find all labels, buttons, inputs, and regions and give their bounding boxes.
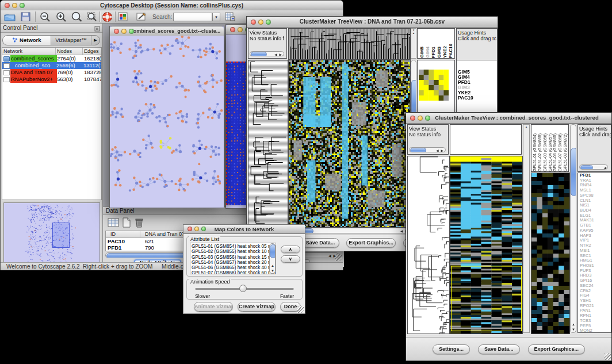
tab-vizmapper[interactable]: VizMapper™ [51,36,91,45]
correlation-matrix[interactable] [419,70,449,101]
scrollbar-thumb[interactable] [580,165,593,170]
attribute-list-item[interactable]: GPL51-01 (GSM854) heat shock 05 min [192,244,276,249]
zoom-button[interactable] [129,29,134,34]
delete-attribute-button[interactable] [135,217,144,230]
column-label[interactable]: GIM5 [419,47,425,58]
minimize-button[interactable] [12,3,17,8]
annotation-button[interactable] [136,12,147,24]
column-label[interactable]: GPL51-07 (GSM868) [558,133,563,171]
scroll-down-icon[interactable]: ▼ [271,269,275,273]
float-panel-icon[interactable] [94,25,100,34]
arrow-up-icon[interactable]: ▴ [526,125,527,128]
row-dendrogram[interactable] [248,60,288,228]
tab-network[interactable]: Network [3,36,51,45]
treeview-action-button[interactable]: Save Data... [478,344,520,354]
attribute-select-button[interactable] [108,217,119,230]
scrollbar-thumb[interactable] [571,148,576,196]
close-button[interactable] [114,29,119,34]
network-window-1-titlebar[interactable]: combined_scores_good.txt--cluste... [110,26,224,36]
treeview-2-titlebar[interactable]: ClusterMaker TreeView : combined_scores_… [406,113,611,124]
scroll-up-icon[interactable]: ▲ [572,323,576,326]
window-controls[interactable] [5,3,25,8]
save-button[interactable] [21,12,30,24]
attribute-list[interactable]: GPL51-01 (GSM854) heat shock 05 minGPL51… [190,243,276,274]
gene-label[interactable]: MON2 [580,328,611,333]
column-label[interactable]: GPL51-02 (GSM855) [538,133,543,171]
scroll-left-icon[interactable]: ◀ [328,254,332,258]
scrollbar-thumb[interactable] [251,52,267,56]
scroll-left-icon[interactable]: ◀ [400,229,404,233]
import-table-button[interactable] [225,12,235,24]
zoom-selected-button[interactable] [71,12,82,25]
search-input[interactable] [173,13,212,21]
close-button[interactable] [5,3,10,8]
row-dendrogram[interactable] [407,156,450,334]
vizmapper-button[interactable] [118,12,128,24]
close-button[interactable] [230,27,235,32]
column-label[interactable]: GIM4 [425,47,431,58]
splitter-strip[interactable]: ▾ ▴ [411,28,416,59]
column-label[interactable]: PFD1 [431,47,437,58]
heatmap-hscrollbar[interactable]: ◀ ▶ [288,228,410,233]
column-label[interactable]: GPL51-08 (GSM872) [563,133,568,171]
treeview-1-titlebar[interactable]: ClusterMaker TreeView : DNA and Tran 07-… [247,17,498,28]
speed-slider-thumb[interactable] [239,285,247,292]
resize-grip[interactable] [335,254,342,261]
scroll-right-icon[interactable]: ▶ [279,53,282,56]
resize-grip[interactable] [297,306,304,313]
close-button[interactable] [410,116,415,121]
scrollbar-thumb[interactable] [270,244,276,258]
heatmap-zoom-view[interactable] [531,173,570,334]
zoom-out-button[interactable] [39,12,51,25]
open-file-button[interactable] [4,12,16,24]
arrow-up-icon[interactable]: ▴ [413,31,415,35]
heatmap-global-view[interactable] [450,156,523,334]
splitter-strip[interactable]: ▴ [523,124,530,333]
new-attribute-button[interactable] [122,217,131,230]
column-label[interactable]: GPL51-03 (GSM856) [543,133,548,171]
scroll-up-icon[interactable]: ▲ [271,264,275,267]
network-view-1-canvas[interactable] [110,36,224,208]
scrollbar-thumb[interactable] [410,148,426,152]
move-up-button[interactable]: ∧ [281,246,300,253]
minimize-button[interactable] [418,116,423,121]
scroll-down-icon[interactable]: ▼ [572,328,576,331]
view-status-scrollbar[interactable]: ◀ ▶ [250,51,284,56]
attribute-list-item[interactable]: GPL51-07 (GSM868) heat shock 60 min [192,270,276,274]
minimize-button[interactable] [258,20,263,25]
minimize-button[interactable] [194,227,199,231]
column-dendrogram[interactable] [288,28,411,60]
scroll-left-icon[interactable]: ◀ [274,53,278,56]
col-header-nodes[interactable]: Nodes [56,48,83,55]
network-row[interactable]: combined_sco 2569(6) 13112(15) [2,62,101,69]
attribute-list-item[interactable]: GPL51-02 (GSM855) heat shock 10 min [192,249,276,254]
attribute-list-item[interactable]: GPL51-03 (GSM856) heat shock 15 min [192,255,276,260]
view-status-scrollbar[interactable]: ◀ ▶ [409,147,446,152]
network-row[interactable]: combined_scores 2764(0) 16218(0) [2,55,101,62]
create-vizmap-button[interactable]: Create Vizmap [238,302,276,312]
treeview-action-button[interactable]: Settings... [433,344,470,354]
column-label[interactable]: PAC10 [448,44,454,58]
zoom-fit-button[interactable] [86,12,98,25]
close-button[interactable] [188,227,192,231]
network-row[interactable]: DNA and Tran 07 769(0) 183728(0) [2,69,101,76]
column-dendrogram-area[interactable] [450,124,522,155]
attribute-list-scrollbar[interactable]: ▲ ▼ [269,243,276,274]
column-label[interactable]: GIM3 [437,47,442,58]
move-down-button[interactable]: ∨ [281,255,300,263]
network-row[interactable]: RNAPuberNov2+ 563(0) 107847(0) [2,76,101,83]
resize-grip[interactable] [604,353,611,360]
col-header-network[interactable]: Network [2,48,56,55]
attribute-list-item[interactable]: GPL51-04 (GSM857) heat shock 20 min [192,260,276,265]
close-button[interactable] [251,20,256,25]
zoom-button[interactable] [201,227,206,231]
export-graphics-button[interactable]: Export Graphics... [346,238,396,248]
search-dropdown-button[interactable]: ▼ [212,13,220,21]
attribute-list-item[interactable]: GPL51-06 (GSM865) heat shock 40 min [192,265,276,270]
tab-overflow-button[interactable]: ▶ [91,36,100,45]
zoom-button[interactable] [425,116,430,121]
column-label[interactable]: GPL51-06 (GSM865) [553,133,558,171]
column-label[interactable]: YKE2 [442,46,448,58]
zoom-vscrollbar[interactable]: ▲ ▼ [570,124,576,333]
usage-hints-scrollbar[interactable]: ◀ [579,164,608,170]
